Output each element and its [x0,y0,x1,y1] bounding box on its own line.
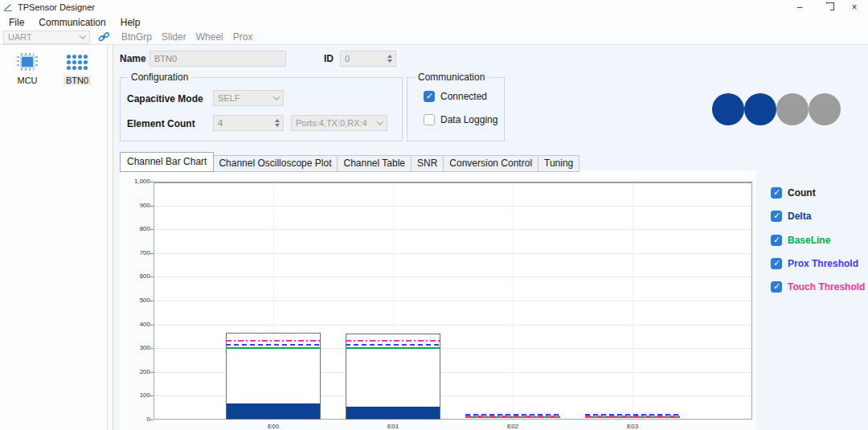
sidebar-item-label: BTN0 [63,76,91,85]
main-panel: Name ID 0 Configuration Capacitive Mode … [113,45,868,430]
restore-button[interactable] [813,0,841,14]
uart-select-value: UART [8,32,32,42]
uart-select[interactable]: UART [3,31,90,44]
y-axis-tick [150,206,154,207]
chip-core [20,55,35,68]
y-axis-label: 600 [115,273,150,280]
touch-threshold-line-e02 [465,416,560,417]
sidebar-item-btn0[interactable]: BTN0 [58,51,96,430]
sidebar-item-label: MCU [14,76,39,85]
tabstrip: Channel Bar ChartChannel Oscilloscope Pl… [120,152,579,172]
menubar: FileCommunicationHelp [0,14,868,30]
legend-label-delta: Delta [788,211,811,222]
legend-checkbox-touch-threshold[interactable] [771,281,782,293]
y-axis-tick [150,395,154,396]
legend-checkbox-baseline[interactable] [771,235,782,246]
mcu-chip-icon [17,53,38,71]
legend-item-prox-threshold: Prox Threshold [771,258,858,269]
toolbar-button-slider[interactable]: Slider [157,31,191,43]
window-title: TPSensor Designer [18,2,95,12]
legend-checkbox-count[interactable] [771,187,782,199]
delta-bar-e01 [346,407,440,419]
grid-dot [84,60,88,64]
y-axis-tick [150,348,154,349]
gridline-horizontal [154,206,751,207]
menu-communication[interactable]: Communication [31,17,113,28]
tab-channel-oscilloscope-plot[interactable]: Channel Oscilloscope Plot [213,155,338,172]
legend-label-count: Count [788,187,816,199]
legend-item-baseline: BaseLine [771,235,830,246]
grid-dot [78,55,82,59]
y-axis-label: 300 [115,345,150,351]
y-axis-label: 1,000 [115,178,150,185]
y-axis-tick [150,276,154,277]
grid-dot [67,66,71,70]
baseline-line-e00 [226,347,321,349]
grid-dot [78,60,82,64]
y-axis-tick [150,229,154,230]
prox-threshold-line-e00 [226,344,321,346]
connect-icon[interactable] [98,31,110,43]
prox-threshold-line-e01 [346,344,440,346]
app-icon [3,2,13,12]
y-axis-label: 500 [115,297,150,304]
y-axis-tick [150,253,154,254]
x-axis-label-e03: E03 [608,423,657,430]
toolbar-button-wheel[interactable]: Wheel [191,31,228,43]
touch-threshold-line-e03 [585,416,680,417]
y-axis-tick [150,372,154,373]
legend-checkbox-delta[interactable] [771,211,782,222]
legend-item-touch-threshold: Touch Threshold [771,281,865,293]
x-axis-label-e02: E02 [489,423,537,430]
y-axis-label: 400 [115,321,150,328]
tab-channel-table[interactable]: Channel Table [338,155,411,172]
gridline-horizontal [154,229,751,230]
gridline-vertical [513,183,514,419]
menu-help[interactable]: Help [113,17,148,28]
button-grid-icon [58,51,96,72]
legend-item-delta: Delta [771,211,811,222]
grid-dot [67,55,71,59]
gridline-horizontal [154,325,751,326]
y-axis-tick [150,325,154,326]
baseline-line-e01 [346,347,440,349]
sidebar-item-mcu[interactable]: MCU [8,51,47,430]
y-axis-tick [150,301,154,301]
tab-snr[interactable]: SNR [411,155,444,172]
grid-dot [72,55,76,59]
y-axis-label: 800 [115,226,150,232]
tab-channel-bar-chart[interactable]: Channel Bar Chart [120,152,214,172]
legend-label-prox-threshold: Prox Threshold [788,258,858,269]
y-axis-label: 900 [115,203,150,209]
chip-pins-right [35,56,38,68]
delta-bar-e00 [227,403,320,419]
y-axis-label: 200 [115,369,150,375]
menu-file[interactable]: File [2,17,31,28]
chip-pins-left [17,56,19,68]
tab-tuning[interactable]: Tuning [538,155,579,172]
mcu-chip-icon [8,51,47,72]
close-button[interactable]: × [841,0,868,14]
minimize-button[interactable]: – [786,0,813,14]
toolbar-button-prox[interactable]: Prox [228,31,258,43]
toolbar-button-btngrp[interactable]: BtnGrp [117,31,157,43]
y-axis-label: 0 [115,416,150,423]
y-axis-label: 700 [115,250,150,256]
grid-dot [67,60,71,64]
gridline-horizontal [154,301,751,301]
gridline-vertical [633,183,633,419]
toolbar: UART BtnGrpSliderWheelProx [0,30,868,45]
button-grid-icon [67,55,88,70]
legend-checkbox-prox-threshold[interactable] [771,258,782,269]
gridline-horizontal [154,276,751,277]
grid-dot [84,66,88,70]
y-axis-tick [150,420,154,420]
touch-threshold-line-e00 [226,340,321,342]
grid-dot [84,55,88,59]
legend-item-count: Count [771,187,816,199]
gridline-horizontal [154,253,751,254]
tab-conversion-control[interactable]: Conversion Control [444,155,538,172]
grid-dot [72,60,76,64]
y-axis-tick [150,182,154,182]
x-axis-label-e00: E00 [249,423,297,430]
